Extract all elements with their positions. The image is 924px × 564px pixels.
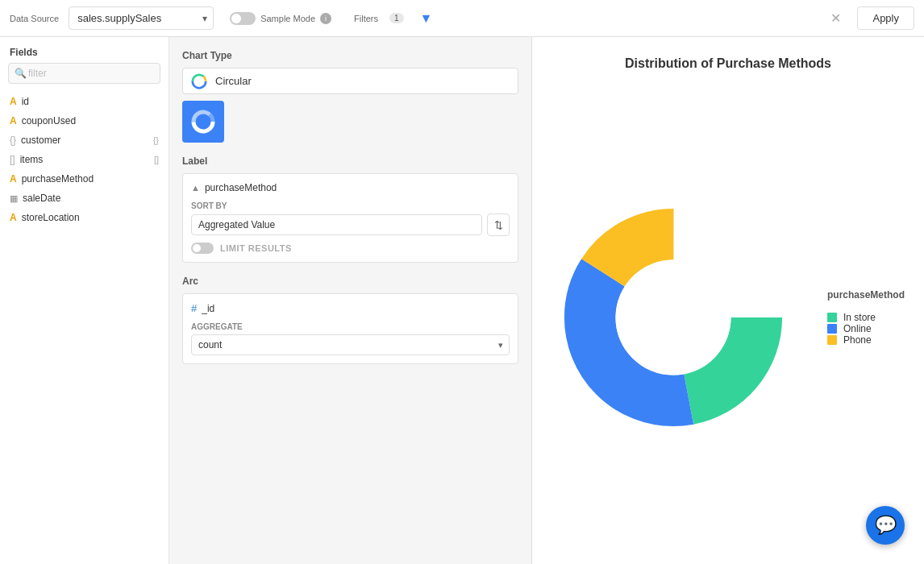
legend-items: In storeOnlinePhone [827,312,905,346]
chat-button[interactable]: 💬 [866,506,905,545]
arc-field-type-icon: # [191,302,197,314]
sidebar-field-saleDate[interactable]: ▦ saleDate [0,189,169,208]
sort-by-title: SORT BY [191,201,510,210]
sort-by-select[interactable]: Aggregated ValueAlphabeticalCustom [191,214,482,235]
chart-type-section: Chart Type Circular [182,50,518,143]
sample-mode-label: Sample Mode [260,14,315,23]
legend-color [827,324,837,334]
fields-title: Fields [0,37,169,63]
sidebar-field-customer[interactable]: {} customer{} [0,131,169,150]
filter-count-badge: 1 [389,13,404,23]
sample-mode-info-icon[interactable]: i [320,13,331,24]
label-section: Label ▲ purchaseMethod SORT BY Aggregate… [182,156,518,263]
legend-item-instore: In store [827,312,905,323]
chart-type-label: Chart Type [182,50,518,61]
sort-direction-button[interactable]: ⇅ [487,214,510,236]
legend-title: purchaseMethod [827,289,905,301]
legend-color [827,313,837,322]
aggregate-title: AGGREGATE [191,322,510,331]
sidebar-field-couponUsed[interactable]: A couponUsed [0,111,169,131]
chart-legend: purchaseMethod In storeOnlinePhone [827,289,905,346]
search-icon: 🔍 [15,68,27,79]
sample-mode-toggle-wrap: Sample Mode i [230,12,331,25]
aggregate-select[interactable]: countsumavgminmax [191,334,510,355]
toggle-knob [231,14,241,23]
limit-label: LIMIT RESULTS [220,243,292,253]
sort-select-wrap: Aggregated ValueAlphabeticalCustom ⇅ [191,214,510,236]
sidebar-field-id[interactable]: A id [0,92,169,111]
label-section-title: Label [182,156,518,167]
chart-area: Distribution of Purchase Methods purchas… [532,37,924,564]
label-field-row: ▲ purchaseMethod [191,182,510,193]
label-card: ▲ purchaseMethod SORT BY Aggregated Valu… [182,173,518,263]
arc-field-row: # _id [191,302,510,314]
donut-chart [551,164,795,471]
main-layout: Fields 🔍 A idA couponUsed{} customer{}[]… [0,37,924,564]
field-search-wrap: 🔍 [8,63,160,84]
arc-section: Arc # _id AGGREGATE countsumavgminmax [182,276,518,364]
arc-field-name: _id [202,303,214,314]
sidebar-field-storeLocation[interactable]: A storeLocation [0,208,169,227]
data-source-label: Data Source [10,14,59,23]
middle-panel: Chart Type Circular [169,37,532,564]
clear-filter-icon[interactable]: ✕ [830,10,841,26]
legend-item-online: Online [827,323,905,334]
filters-label: Filters [354,14,378,23]
label-field-type-icon: ▲ [191,183,200,193]
aggregate-select-wrap: countsumavgminmax [191,334,510,355]
chart-title: Distribution of Purchase Methods [625,56,831,71]
limit-toggle-knob [193,244,201,252]
fields-list: A idA couponUsed{} customer{}[] items[]A… [0,92,169,227]
arc-section-title: Arc [182,276,518,287]
chart-type-icon [190,73,208,90]
filter-input-wrap: ▼ [414,11,822,26]
filter-funnel-icon: ▼ [420,11,433,26]
donut-wrap: purchaseMethod In storeOnlinePhone [551,90,905,545]
svg-point-6 [198,117,208,126]
sample-mode-toggle[interactable] [230,12,256,25]
field-search-input[interactable] [8,63,160,84]
legend-color [827,335,837,345]
sidebar: Fields 🔍 A idA couponUsed{} customer{}[]… [0,37,169,564]
donut-center [615,259,730,375]
limit-toggle-switch[interactable] [191,243,214,254]
apply-button[interactable]: Apply [857,6,914,30]
chart-variants [182,101,518,143]
legend-item-phone: Phone [827,334,905,346]
donut-variant[interactable] [182,101,224,143]
chat-icon: 💬 [875,515,897,536]
chart-type-select-wrap: Circular [182,68,518,94]
top-bar: Data Source sales.supplySales Sample Mod… [0,0,924,37]
sidebar-field-purchaseMethod[interactable]: A purchaseMethod [0,169,169,189]
datasource-select-wrap: sales.supplySales [69,6,214,30]
limit-toggle-row: LIMIT RESULTS [191,243,510,254]
sidebar-field-items[interactable]: [] items[] [0,150,169,169]
datasource-select[interactable]: sales.supplySales [69,6,214,30]
label-field-name: purchaseMethod [205,182,277,193]
arc-card: # _id AGGREGATE countsumavgminmax [182,293,518,364]
chart-type-select[interactable]: Circular [182,68,518,94]
